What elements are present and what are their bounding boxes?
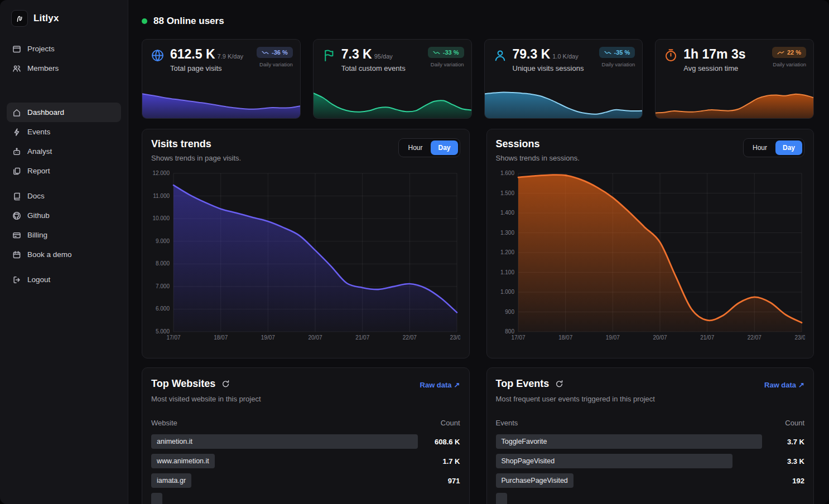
sparkline-chart <box>314 86 471 118</box>
svg-text:17/07: 17/07 <box>511 335 525 341</box>
credit-card-icon <box>12 231 21 240</box>
toggle-hour-button[interactable]: Hour <box>745 140 774 155</box>
stat-label: Total custom events <box>341 64 422 72</box>
svg-text:1.400: 1.400 <box>500 210 514 216</box>
sidebar-item-analyst[interactable]: Analyst <box>7 142 121 161</box>
sidebar-item-events[interactable]: Events <box>7 122 121 142</box>
bolt-icon <box>12 128 21 137</box>
sidebar-item-label: Logout <box>27 275 50 284</box>
stat-card-avg-session-time: 1h 17m 3s Avg session time 22 % Daily va… <box>655 39 814 119</box>
chart-title: Sessions <box>496 138 580 150</box>
arrow-up-right-icon: ↗ <box>798 381 804 389</box>
raw-data-link[interactable]: Raw data ↗ <box>420 381 460 389</box>
trend-up-icon <box>777 50 784 55</box>
daily-variation-label: Daily variation <box>428 61 464 67</box>
chart-title: Visits trends <box>151 138 241 150</box>
svg-text:1.300: 1.300 <box>500 230 514 236</box>
sidebar-item-members[interactable]: Members <box>7 59 121 78</box>
stat-rate: 1.0 K/day <box>552 53 578 60</box>
raw-data-link[interactable]: Raw data ↗ <box>764 381 804 389</box>
sessions-card: Sessions Shows trends in sessions. Hour … <box>486 129 814 358</box>
svg-text:23/07: 23/07 <box>450 335 460 341</box>
table-row: PurchasePageVisited 192 <box>496 473 805 488</box>
clock-icon <box>664 49 678 62</box>
row-bar: ShopPageVisited <box>496 454 733 468</box>
svg-text:23/07: 23/07 <box>794 335 805 341</box>
svg-text:21/07: 21/07 <box>700 335 714 341</box>
toggle-day-button[interactable]: Day <box>431 140 457 155</box>
variation-badge: 22 % <box>772 47 806 58</box>
sidebar-item-label: Dashboard <box>27 108 64 117</box>
app-name: Litlyx <box>33 13 59 24</box>
table-row: ShopPageVisited 3.3 K <box>496 454 805 468</box>
stat-card-unique-sessions: 79.3 K1.0 K/day Unique visits sessions -… <box>484 39 643 119</box>
row-label: iamata.gr <box>157 477 186 484</box>
row-count: 971 <box>425 477 460 485</box>
home-icon <box>12 108 21 117</box>
interval-toggle: Hour Day <box>743 138 804 157</box>
svg-text:900: 900 <box>505 309 514 315</box>
row-count: 192 <box>769 477 804 485</box>
main-content: 88 Online users 612.5 K7.9 K/day Total p… <box>128 0 829 504</box>
user-icon <box>493 49 507 62</box>
sidebar-spacer <box>7 181 121 186</box>
stat-rate: 95/day <box>374 53 393 60</box>
refresh-icon[interactable] <box>221 380 230 388</box>
sidebar-spacer <box>7 264 121 270</box>
stat-label: Unique visits sessions <box>513 64 594 72</box>
top-websites-card: Top Websites Most visited website in thi… <box>142 367 470 504</box>
trend-down-icon <box>604 50 611 55</box>
row-bar: PurchasePageVisited <box>496 473 573 488</box>
sidebar-item-github[interactable]: Github <box>7 206 121 225</box>
daily-variation-label: Daily variation <box>599 61 635 67</box>
sidebar-item-billing[interactable]: Billing <box>7 225 121 245</box>
sidebar-item-projects[interactable]: Projects <box>7 39 121 59</box>
app-window: Litlyx Projects Members Dashboard Events… <box>0 0 829 504</box>
sidebar-item-book-a-demo[interactable]: Book a demo <box>7 245 121 264</box>
top-events-card: Top Events Most frequent user events tri… <box>486 367 814 504</box>
toggle-hour-button[interactable]: Hour <box>401 140 430 155</box>
logo: Litlyx <box>7 8 121 29</box>
svg-text:18/07: 18/07 <box>214 335 228 341</box>
row-count: 608.6 K <box>425 438 460 446</box>
sidebar-item-logout[interactable]: Logout <box>7 270 121 289</box>
sidebar-item-report[interactable]: Report <box>7 161 121 181</box>
flag-icon <box>322 49 336 62</box>
online-dot-icon <box>142 18 147 24</box>
svg-text:7.000: 7.000 <box>156 283 170 289</box>
row-bar <box>496 493 507 504</box>
svg-text:5.000: 5.000 <box>156 328 170 335</box>
refresh-icon[interactable] <box>555 380 563 388</box>
calendar-icon <box>12 250 21 259</box>
sparkline-chart <box>142 86 300 118</box>
sidebar-item-dashboard[interactable]: Dashboard <box>7 103 121 122</box>
stat-label: Total page visits <box>170 64 251 72</box>
svg-text:1.000: 1.000 <box>500 289 514 295</box>
chart-subtitle: Shows trends in page visits. <box>151 154 241 162</box>
row-bar: animetion.it <box>151 434 418 449</box>
table-title: Top Websites <box>151 378 215 390</box>
svg-text:19/07: 19/07 <box>261 335 275 341</box>
sidebar-item-label: Events <box>27 128 50 136</box>
sessions-line-chart: 1.6001.5001.4001.3001.2001.1001.00090080… <box>496 170 805 342</box>
sidebar-item-label: Book a demo <box>27 250 72 259</box>
online-users-indicator: 88 Online users <box>142 16 814 27</box>
trend-down-icon <box>433 50 440 55</box>
litlyx-logo-icon <box>11 10 28 27</box>
variation-badge: -35 % <box>599 47 635 58</box>
daily-variation-label: Daily variation <box>772 61 806 67</box>
row-label: ToggleFavorite <box>502 438 547 445</box>
table-row: iamata.gr 971 <box>151 473 460 488</box>
stat-value: 612.5 K <box>170 47 215 61</box>
svg-text:9.000: 9.000 <box>156 238 170 244</box>
visits-line-chart: 12.00011.00010.0009.0008.0007.0006.0005.… <box>151 170 460 342</box>
toggle-day-button[interactable]: Day <box>775 140 802 155</box>
sidebar-item-label: Billing <box>27 231 47 239</box>
row-label: www.animetion.it <box>157 457 209 465</box>
github-icon <box>12 211 21 220</box>
table-row: animetion.it 608.6 K <box>151 434 460 449</box>
svg-text:12.000: 12.000 <box>152 170 170 176</box>
variation-badge: -33 % <box>428 47 464 58</box>
stat-card-page-visits: 612.5 K7.9 K/day Total page visits -36 %… <box>142 39 301 119</box>
sidebar-item-docs[interactable]: Docs <box>7 186 121 206</box>
